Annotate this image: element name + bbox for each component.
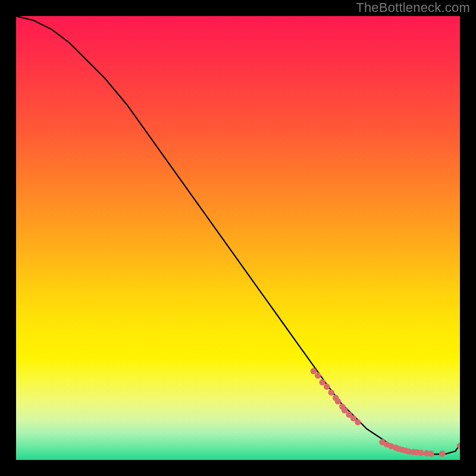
bottleneck-curve (16, 16, 460, 454)
plot-area (16, 16, 460, 460)
data-point (418, 450, 424, 456)
data-point (342, 407, 347, 413)
data-point (428, 450, 434, 456)
data-point (320, 379, 325, 385)
data-point (335, 398, 341, 404)
data-point (315, 372, 321, 378)
watermark: TheBottleneck.com (356, 0, 470, 15)
data-point (324, 384, 330, 390)
data-points-group (311, 368, 460, 457)
data-point (311, 368, 317, 374)
data-point (355, 419, 361, 425)
data-point (328, 389, 334, 395)
chart-overlay (16, 16, 460, 460)
data-point (439, 450, 445, 456)
